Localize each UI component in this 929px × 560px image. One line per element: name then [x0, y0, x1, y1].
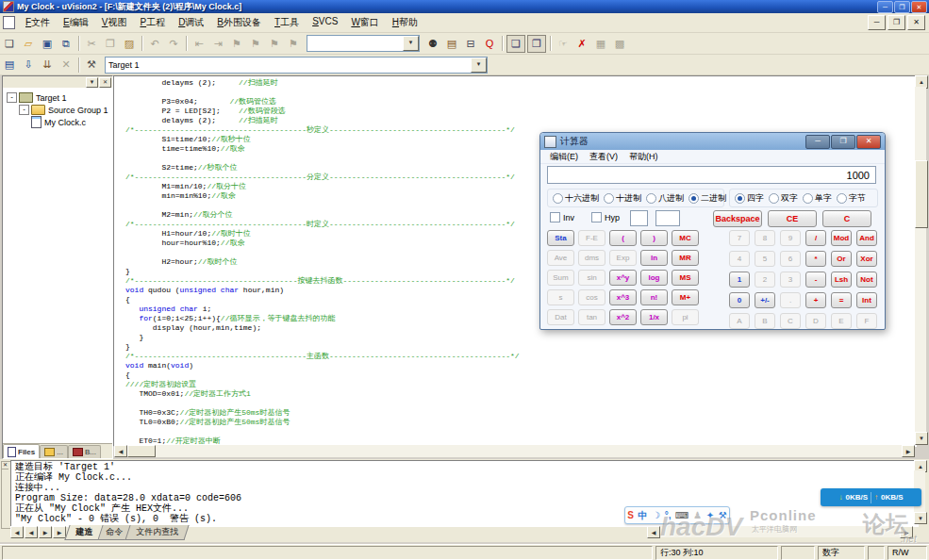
word-radio[interactable]: 字节 — [837, 192, 866, 205]
calc-button-3[interactable]: 3 — [780, 272, 801, 288]
output-horizontal-scrollbar[interactable]: ◀ ▶ — [647, 526, 913, 537]
calc-button-f[interactable]: F — [856, 313, 877, 329]
tree-item-source-group-1[interactable]: -Source Group 1 — [3, 104, 112, 116]
project-window-icon[interactable]: ❏ — [506, 35, 525, 53]
sogou-logo-icon[interactable]: S — [627, 511, 634, 520]
panel-tab-files[interactable]: Files — [3, 444, 40, 458]
calc-button--[interactable]: - — [805, 272, 826, 288]
calc-button-e[interactable]: E — [831, 313, 852, 329]
word-radio[interactable]: 单字 — [803, 192, 832, 205]
calc-button-x^y[interactable]: x^y — [609, 270, 637, 286]
calc-button-x^3[interactable]: x^3 — [609, 289, 637, 305]
tree-expander-icon[interactable]: - — [7, 92, 17, 103]
output-tab-active[interactable]: 建造 — [64, 525, 103, 540]
calc-button-m+[interactable]: M+ — [672, 289, 699, 305]
menu-item-2[interactable]: V视图 — [95, 14, 134, 31]
menu-item-1[interactable]: E编辑 — [57, 14, 95, 31]
calc-button-5[interactable]: 5 — [755, 251, 775, 267]
books-icon[interactable]: ▤ — [443, 36, 460, 52]
calc-button-mr[interactable]: MR — [672, 250, 699, 266]
editor-vertical-scrollbar[interactable]: ▲ ▼ — [915, 75, 928, 445]
calc-button-tan[interactable]: tan — [578, 309, 606, 325]
profile-icon[interactable]: ♟ — [693, 511, 702, 520]
translate-file-icon[interactable]: ▤ — [1, 57, 18, 73]
calc-button-ave[interactable]: Ave — [547, 250, 574, 266]
calc-maximize-icon[interactable]: ❐ — [831, 135, 855, 149]
soft-keyboard-icon[interactable]: ⌨ — [675, 511, 688, 520]
calc-button-sin[interactable]: sin — [578, 270, 606, 286]
out-scroll-right-icon[interactable]: ▶ — [900, 526, 913, 538]
output-window-icon[interactable]: ❐ — [527, 35, 546, 53]
calc-button-c[interactable]: C — [780, 313, 801, 329]
calc-check-inv[interactable]: Inv — [550, 212, 574, 222]
calc-button-[interactable]: ) — [640, 230, 668, 246]
scroll-left-icon[interactable]: ◀ — [114, 445, 127, 457]
menu-item-0[interactable]: F文件 — [19, 14, 57, 31]
target-options-icon[interactable]: ⚒ — [83, 57, 100, 73]
combo-dropdown-icon[interactable]: ▼ — [471, 58, 487, 73]
tabs-last-icon[interactable]: ▶ — [53, 526, 66, 538]
disable-breakpoint-icon[interactable]: ▩ — [611, 36, 628, 52]
calc-button-6[interactable]: 6 — [780, 251, 801, 267]
out-scroll-left-icon[interactable]: ◀ — [647, 526, 660, 538]
calc-button-log[interactable]: log — [640, 270, 668, 286]
calc-button-7[interactable]: 7 — [729, 230, 750, 246]
stop-build-icon[interactable]: ✕ — [58, 57, 75, 73]
calc-button-+[interactable]: + — [805, 292, 826, 308]
calc-button-c[interactable]: C — [822, 210, 871, 227]
calc-button-int[interactable]: Int — [856, 292, 877, 308]
skin-icon[interactable]: ✦ — [706, 511, 714, 520]
tabs-next-icon[interactable]: ▶ — [39, 526, 52, 538]
calc-button-xor[interactable]: Xor — [856, 251, 877, 267]
new-file-icon[interactable]: ❏ — [1, 36, 18, 52]
mdi-restore-icon[interactable]: ❐ — [888, 15, 905, 30]
calc-minimize-icon[interactable]: ─ — [805, 135, 830, 149]
calc-button-cos[interactable]: cos — [578, 289, 606, 305]
word-radio[interactable]: 双字 — [769, 192, 798, 205]
panel-close-icon[interactable]: ✕ — [99, 77, 111, 88]
chinese-mode-icon[interactable]: 中 — [639, 511, 648, 520]
cut-icon[interactable]: ✂ — [83, 36, 100, 52]
panel-menu-icon[interactable]: ▼ — [86, 77, 98, 88]
calc-menu-item-2[interactable]: 帮助(H) — [623, 151, 664, 163]
tools-icon[interactable]: ⚒ — [719, 511, 727, 520]
calc-menu-item-0[interactable]: 编辑(E) — [544, 151, 584, 163]
full-half-width-icon[interactable]: ☽ — [652, 511, 660, 520]
panel-tab-[interactable]: ... — [40, 445, 68, 458]
calc-button-+/-[interactable]: +/- — [755, 292, 775, 308]
calculator-window[interactable]: 计算器 ─ ❐ ✕ 编辑(E)查看(V)帮助(H) 1000 十六进制十进制八进… — [539, 132, 886, 330]
calc-button-8[interactable]: 8 — [755, 230, 775, 246]
calc-button-lsh[interactable]: Lsh — [831, 272, 852, 288]
tree-expander-icon[interactable]: - — [19, 105, 29, 115]
debug-hand-icon[interactable]: ☞ — [555, 36, 572, 52]
save-file-icon[interactable]: ▣ — [39, 36, 56, 52]
tabs-first-icon[interactable]: ◀ — [10, 526, 24, 538]
menu-item-5[interactable]: B外围设备 — [210, 14, 268, 31]
find-in-files-icon[interactable]: Q — [481, 36, 498, 52]
scroll-down-icon[interactable]: ▼ — [915, 432, 928, 445]
calc-button-1[interactable]: 1 — [729, 272, 750, 288]
calc-button-/[interactable]: / — [805, 230, 826, 246]
redo-icon[interactable]: ↷ — [165, 36, 182, 52]
punctuation-icon[interactable]: °, — [665, 511, 672, 520]
calc-button-9[interactable]: 9 — [780, 230, 801, 246]
target-select-combobox[interactable]: Target 1▼ — [105, 57, 488, 74]
vscroll-thumb[interactable] — [915, 160, 928, 228]
scroll-right-icon[interactable]: ▶ — [902, 445, 915, 457]
calc-menu-item-1[interactable]: 查看(V) — [584, 151, 623, 163]
calc-button-or[interactable]: Or — [831, 251, 852, 267]
base-radio[interactable]: 十六进制 — [553, 192, 599, 205]
calc-button-b[interactable]: B — [755, 313, 775, 329]
calc-button-n![interactable]: n! — [640, 289, 668, 305]
minimize-icon[interactable]: ─ — [877, 1, 893, 13]
build-target-icon[interactable]: ⇩ — [20, 57, 37, 73]
mdi-close-icon[interactable]: ✕ — [907, 15, 925, 30]
calc-button-dat[interactable]: Dat — [547, 309, 574, 325]
calculator-titlebar[interactable]: 计算器 ─ ❐ ✕ — [540, 133, 885, 150]
output-tab-x[interactable]: 文件内查找 — [124, 525, 189, 540]
calc-button-ce[interactable]: CE — [768, 210, 817, 227]
out-scroll-down-icon[interactable]: ▼ — [914, 512, 927, 524]
close-icon[interactable]: ✕ — [911, 1, 927, 13]
tree-item-my-clock-c[interactable]: My Clock.c — [3, 116, 112, 128]
menu-item-8[interactable]: W窗口 — [344, 14, 385, 31]
